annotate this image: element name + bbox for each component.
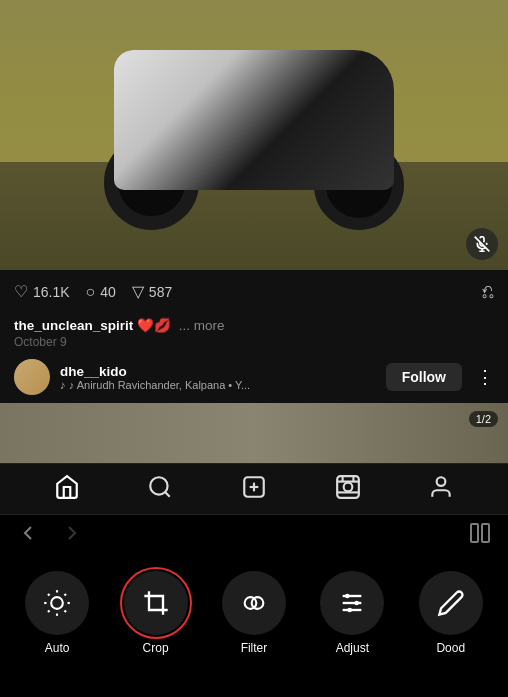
likes-count: 16.1K: [33, 284, 70, 300]
back-button[interactable]: [16, 521, 40, 551]
doodle-label: Dood: [436, 641, 465, 655]
editor-toolbar: Auto Crop Filter: [0, 557, 508, 665]
shares-stat[interactable]: ▽ 587: [132, 282, 172, 301]
nav-reels-icon[interactable]: [335, 474, 361, 506]
crop-icon-wrap: [124, 571, 188, 635]
more-options-button[interactable]: ⋮: [476, 366, 494, 388]
follow-button[interactable]: Follow: [386, 363, 462, 391]
svg-point-9: [343, 483, 352, 492]
stats-bar: ♡ 16.1K ○ 40 ▽ 587 ⎌: [0, 270, 508, 313]
music-note-icon: ♪: [60, 379, 66, 391]
svg-rect-15: [471, 524, 478, 542]
svg-point-3: [151, 477, 168, 494]
comments-count: 40: [100, 284, 116, 300]
nav-home-icon[interactable]: [54, 474, 80, 506]
svg-line-21: [65, 610, 67, 612]
forward-button[interactable]: [60, 521, 84, 551]
adjust-label: Adjust: [336, 641, 369, 655]
svg-rect-16: [482, 524, 489, 542]
auto-label: Auto: [45, 641, 70, 655]
main-content: ♡ 16.1K ○ 40 ▽ 587 ⎌ the_unclean_spirit …: [0, 0, 508, 697]
user-row: dhe__kido ♪ ♪ Anirudh Ravichander, Kalpa…: [0, 351, 508, 403]
nav-add-icon[interactable]: [241, 474, 267, 506]
song-name: ♪ Anirudh Ravichander, Kalpana • Y...: [69, 379, 250, 391]
tool-adjust[interactable]: Adjust: [320, 571, 384, 655]
split-view-button[interactable]: [468, 521, 492, 551]
caption-date: October 9: [14, 335, 494, 349]
svg-line-20: [48, 594, 50, 596]
username[interactable]: dhe__kido: [60, 364, 376, 379]
svg-rect-8: [337, 476, 359, 498]
auto-icon-wrap: [25, 571, 89, 635]
tool-filter[interactable]: Filter: [222, 571, 286, 655]
svg-line-4: [165, 492, 170, 497]
doodle-icon-wrap: [419, 571, 483, 635]
heart-icon: ♡: [14, 282, 28, 301]
phone-screen: ♡ 16.1K ○ 40 ▽ 587 ⎌ the_unclean_spirit …: [0, 0, 508, 514]
crop-label: Crop: [143, 641, 169, 655]
svg-point-31: [345, 594, 350, 599]
tool-crop[interactable]: Crop: [124, 571, 188, 655]
filter-icon-wrap: [222, 571, 286, 635]
nav-profile-icon[interactable]: [428, 474, 454, 506]
thumbnail-strip: 1/2: [0, 403, 508, 463]
caption-username[interactable]: the_unclean_spirit: [14, 318, 133, 333]
user-avatar[interactable]: [14, 359, 50, 395]
likes-stat[interactable]: ♡ 16.1K: [14, 282, 70, 301]
caption-emojis: ❤️💋: [137, 318, 171, 333]
browser-toolbar: [0, 515, 508, 557]
filter-label: Filter: [241, 641, 268, 655]
mute-button[interactable]: [466, 228, 498, 260]
comment-icon: ○: [86, 283, 96, 301]
tool-auto[interactable]: Auto: [25, 571, 89, 655]
caption-text: the_unclean_spirit ❤️💋 ... more: [14, 317, 494, 333]
phone-nav: [0, 463, 508, 514]
adjust-icon-wrap: [320, 571, 384, 635]
nav-search-icon[interactable]: [147, 474, 173, 506]
svg-point-17: [51, 597, 63, 609]
svg-point-14: [437, 477, 446, 486]
svg-point-33: [348, 608, 353, 613]
tool-doodle[interactable]: Dood: [419, 571, 483, 655]
more-link[interactable]: ... more: [179, 318, 225, 333]
page-indicator: 1/2: [469, 411, 498, 427]
svg-line-25: [65, 594, 67, 596]
caption-area: the_unclean_spirit ❤️💋 ... more October …: [0, 313, 508, 351]
shares-count: 587: [149, 284, 172, 300]
motorcycle-image: [0, 0, 508, 270]
user-info: dhe__kido ♪ ♪ Anirudh Ravichander, Kalpa…: [60, 364, 376, 391]
share-icon: ▽: [132, 282, 144, 301]
svg-point-32: [355, 601, 360, 606]
comments-stat[interactable]: ○ 40: [86, 283, 116, 301]
svg-point-27: [252, 597, 264, 609]
svg-line-24: [48, 610, 50, 612]
bookmark-button[interactable]: ⎌: [482, 280, 494, 303]
user-song: ♪ ♪ Anirudh Ravichander, Kalpana • Y...: [60, 379, 376, 391]
